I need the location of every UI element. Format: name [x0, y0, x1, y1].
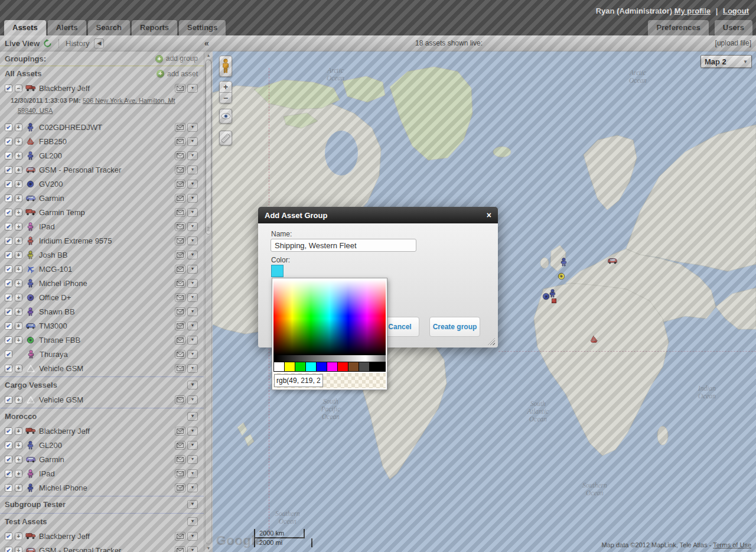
asset-checkbox[interactable]: ✔ — [5, 251, 12, 259]
asset-checkbox[interactable]: ✔ — [5, 396, 12, 404]
message-icon[interactable] — [175, 350, 185, 359]
scrollbar-thumb[interactable] — [206, 60, 211, 235]
expand-toggle[interactable]: + — [15, 152, 22, 160]
asset-name[interactable]: MCG-101 — [39, 265, 175, 274]
message-icon[interactable] — [175, 208, 185, 217]
expand-toggle[interactable]: + — [15, 308, 22, 316]
expand-toggle[interactable]: + — [15, 547, 22, 552]
palette-swatch[interactable] — [295, 362, 305, 371]
message-icon[interactable] — [175, 180, 185, 189]
message-icon[interactable] — [175, 84, 185, 93]
asset-checkbox[interactable]: ✔ — [5, 308, 12, 316]
palette-swatch[interactable] — [306, 362, 316, 371]
group-menu-dropdown[interactable]: ▾ — [187, 381, 198, 389]
sidebar-scrollbar[interactable]: ▲ ▼ — [204, 51, 213, 552]
expand-toggle[interactable]: + — [15, 194, 22, 202]
asset-checkbox[interactable]: ✔ — [5, 365, 12, 372]
expand-toggle[interactable]: + — [15, 532, 22, 540]
palette-swatch[interactable] — [274, 362, 284, 371]
asset-name[interactable]: Blackberry Jeff — [39, 84, 175, 93]
asset-name[interactable]: Garmin — [39, 455, 175, 464]
collapse-toggle[interactable]: − — [15, 85, 22, 92]
palette-swatch[interactable] — [285, 362, 295, 371]
asset-checkbox[interactable]: ✔ — [5, 180, 12, 188]
asset-name[interactable]: FBB250 — [39, 137, 175, 146]
expand-toggle[interactable]: + — [15, 294, 22, 301]
asset-name[interactable]: Vehicle GSM — [39, 364, 175, 373]
message-icon[interactable] — [175, 336, 185, 345]
add-group-link[interactable]: + add group — [155, 54, 198, 63]
asset-menu-dropdown[interactable]: ▾ — [187, 194, 198, 203]
message-icon[interactable] — [175, 194, 185, 203]
my-profile-link[interactable]: My profile — [674, 7, 711, 15]
asset-menu-dropdown[interactable]: ▾ — [187, 251, 198, 259]
message-icon[interactable] — [175, 455, 185, 464]
asset-name[interactable]: Garmin Temp — [39, 208, 175, 217]
asset-name[interactable]: GL200 — [39, 151, 175, 160]
asset-name[interactable]: IPad — [39, 222, 175, 231]
asset-menu-dropdown[interactable]: ▾ — [187, 469, 198, 478]
tab-reports[interactable]: Reports — [132, 20, 177, 35]
resize-grip[interactable] — [488, 338, 495, 345]
asset-menu-dropdown[interactable]: ▾ — [187, 350, 198, 359]
scroll-up-icon[interactable]: ▲ — [204, 51, 213, 59]
scrollbar-track[interactable] — [205, 59, 212, 544]
asset-menu-dropdown[interactable]: ▾ — [187, 279, 198, 288]
brightness-strip[interactable] — [273, 355, 386, 362]
message-icon[interactable] — [175, 251, 185, 259]
expand-toggle[interactable]: + — [15, 251, 22, 259]
message-icon[interactable] — [175, 427, 185, 436]
asset-name[interactable]: Michel iPhone — [39, 279, 175, 288]
asset-name[interactable]: Thrane FBB — [39, 336, 175, 345]
asset-checkbox[interactable]: ✔ — [5, 294, 12, 301]
message-icon[interactable] — [175, 293, 185, 302]
asset-marker-person[interactable] — [560, 258, 568, 269]
palette-swatch[interactable] — [317, 362, 327, 371]
street-view-pegman-icon[interactable] — [219, 56, 232, 77]
message-icon[interactable] — [175, 441, 185, 450]
message-icon[interactable] — [175, 469, 185, 478]
group-name[interactable]: Test Assets — [5, 517, 187, 526]
asset-menu-dropdown[interactable]: ▾ — [187, 265, 198, 274]
expand-toggle[interactable]: + — [15, 427, 22, 435]
tab-settings[interactable]: Settings — [179, 20, 226, 35]
message-icon[interactable] — [175, 322, 185, 330]
asset-name[interactable]: Blackberry Jeff — [39, 532, 175, 541]
tab-preferences[interactable]: Preferences — [648, 20, 708, 35]
message-icon[interactable] — [175, 395, 185, 404]
expand-toggle[interactable]: + — [15, 237, 22, 245]
visibility-eye-icon[interactable] — [219, 109, 232, 124]
asset-checkbox[interactable]: ✔ — [5, 280, 12, 287]
expand-toggle[interactable]: + — [15, 209, 22, 216]
add-asset-link[interactable]: + add asset — [157, 70, 198, 78]
asset-menu-dropdown[interactable]: ▾ — [187, 532, 198, 541]
message-icon[interactable] — [175, 483, 185, 492]
asset-name[interactable]: C02GDHREDJWT — [39, 123, 175, 132]
zoom-in-button[interactable]: + — [220, 82, 232, 93]
asset-menu-dropdown[interactable]: ▾ — [187, 123, 198, 132]
message-icon[interactable] — [175, 307, 185, 316]
asset-checkbox[interactable]: ✔ — [5, 138, 12, 145]
asset-checkbox[interactable]: ✔ — [5, 124, 12, 131]
asset-marker-dot[interactable] — [558, 272, 565, 283]
asset-name[interactable]: TM3000 — [39, 322, 175, 330]
asset-checkbox[interactable]: ✔ — [5, 484, 12, 492]
message-icon[interactable] — [175, 236, 185, 245]
message-icon[interactable] — [175, 165, 185, 174]
asset-menu-dropdown[interactable]: ▾ — [187, 441, 198, 450]
asset-checkbox[interactable]: ✔ — [5, 547, 12, 552]
group-name[interactable]: Morocco — [5, 412, 187, 421]
asset-name[interactable]: GV200 — [39, 180, 175, 189]
message-icon[interactable] — [175, 137, 185, 146]
map-type-select[interactable]: Map 2 ▼ — [700, 55, 752, 68]
expand-toggle[interactable]: + — [15, 180, 22, 188]
asset-menu-dropdown[interactable]: ▾ — [187, 427, 198, 436]
logout-link[interactable]: Logout — [723, 7, 749, 15]
color-gradient-field[interactable] — [273, 280, 386, 355]
asset-menu-dropdown[interactable]: ▾ — [187, 180, 198, 189]
asset-checkbox[interactable]: ✔ — [5, 237, 12, 245]
asset-name[interactable]: Josh BB — [39, 251, 175, 259]
expand-toggle[interactable]: + — [15, 265, 22, 273]
asset-menu-dropdown[interactable]: ▾ — [187, 137, 198, 146]
asset-menu-dropdown[interactable]: ▾ — [187, 307, 198, 316]
